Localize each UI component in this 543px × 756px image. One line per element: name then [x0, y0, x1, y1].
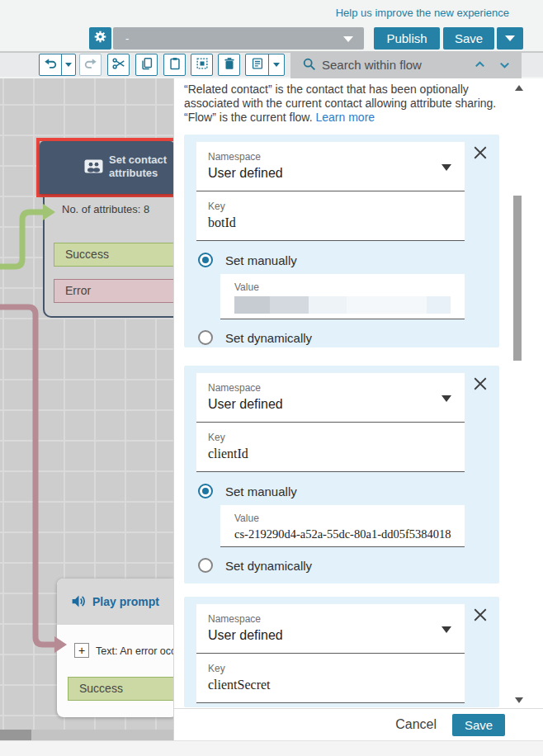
value-field[interactable]: Value cs-219290d4-a52a-55dc-80a1-dd05f53…: [220, 505, 465, 547]
branch-success[interactable]: Success: [54, 243, 177, 267]
undo-button-group: [39, 54, 76, 76]
undo-button[interactable]: [40, 54, 61, 75]
chevron-down-icon: [65, 63, 72, 67]
notes-icon: [250, 56, 265, 74]
card-fields: Namespace User defined Key clientSecret: [196, 604, 465, 703]
play-prompt-block[interactable]: Play prompt + Text: An error occ Success: [57, 579, 177, 717]
search-icon: [302, 57, 317, 75]
chevron-down-icon: [505, 35, 515, 41]
namespace-select[interactable]: Namespace User defined: [196, 142, 465, 191]
add-prompt-button[interactable]: +: [74, 643, 89, 658]
publish-button[interactable]: Publish: [374, 27, 440, 50]
masked-value: [234, 296, 451, 314]
chevron-down-icon: [498, 60, 512, 74]
trash-icon: [222, 56, 237, 74]
chevron-down-icon[interactable]: [441, 164, 451, 171]
attribute-card-botid: Namespace User defined Key botId Set man…: [184, 135, 499, 347]
delete-button[interactable]: [218, 54, 240, 76]
value-field[interactable]: Value: [220, 274, 465, 319]
radio-unselected-icon[interactable]: [198, 330, 213, 345]
redo-button[interactable]: [79, 54, 102, 76]
panel-scroll-area: “Related contact” is the contact that ha…: [174, 78, 543, 708]
card-fields: Namespace User defined Key botId: [196, 142, 465, 241]
learn-more-link[interactable]: Learn more: [316, 111, 375, 124]
cancel-button[interactable]: Cancel: [395, 717, 437, 732]
redo-icon: [83, 56, 98, 74]
attribute-card-clientid: Namespace User defined Key clientId Set …: [184, 366, 499, 584]
speaker-icon: [70, 593, 87, 613]
chevron-up-icon: [473, 60, 487, 74]
close-icon[interactable]: [473, 145, 488, 160]
namespace-select[interactable]: Namespace User defined: [196, 604, 465, 654]
set-contact-attributes-block[interactable]: Set contact attributes: [40, 141, 174, 194]
chevron-down-icon[interactable]: [441, 395, 451, 402]
settings-button[interactable]: [89, 27, 111, 50]
key-field[interactable]: Key clientId: [196, 423, 465, 472]
block-title: Play prompt: [92, 595, 159, 608]
set-manually-option[interactable]: Set manually: [198, 253, 499, 267]
notes-button[interactable]: [246, 54, 268, 75]
set-dynamically-option[interactable]: Set dynamically: [198, 330, 499, 345]
properties-panel: “Related contact” is the contact that ha…: [173, 78, 543, 740]
select-frame-icon: [195, 56, 210, 74]
radio-selected-icon[interactable]: [198, 484, 213, 498]
select-frame-button[interactable]: [191, 54, 213, 76]
contacts-icon: [84, 159, 103, 177]
bottom-strip: [0, 740, 543, 756]
attribute-card-clientsecret: Namespace User defined Key clientSecret: [184, 597, 499, 707]
paste-button[interactable]: [163, 54, 186, 76]
close-icon[interactable]: [473, 376, 488, 391]
namespace-select[interactable]: Namespace User defined: [196, 373, 465, 423]
set-dynamically-option[interactable]: Set dynamically: [198, 558, 499, 573]
copy-icon: [139, 56, 154, 74]
scissors-icon: [111, 56, 126, 74]
notes-options-button[interactable]: [269, 54, 284, 75]
branch-success[interactable]: Success: [68, 677, 177, 701]
radio-selected-icon[interactable]: [198, 253, 213, 267]
flow-version-select[interactable]: -: [113, 27, 364, 50]
flow-designer-app: Set contact attributes No. of attributes…: [0, 0, 543, 756]
branch-error[interactable]: Error: [54, 279, 177, 303]
scroll-up-icon[interactable]: [515, 85, 523, 91]
flow-search-box[interactable]: Search within flow: [290, 51, 522, 78]
feedback-link[interactable]: Help us improve the new experience: [336, 7, 509, 19]
clipboard-icon: [168, 56, 182, 74]
card-fields: Namespace User defined Key clientId: [196, 373, 465, 472]
panel-description: “Related contact” is the contact that ha…: [184, 83, 511, 125]
save-options-button[interactable]: [497, 27, 523, 50]
value-text: cs-219290d4-a52a-55dc-80a1-dd05f5384018: [234, 527, 451, 541]
top-header: Help us improve the new experience -: [0, 0, 543, 51]
panel-scrollbar-thumb[interactable]: [513, 196, 522, 361]
key-field[interactable]: Key clientSecret: [196, 654, 465, 703]
search-placeholder: Search within flow: [322, 51, 422, 78]
prompt-text-label: Text: An error occ: [96, 645, 175, 657]
gear-icon: [93, 30, 107, 47]
undo-icon: [43, 56, 58, 74]
chevron-down-icon: [273, 63, 280, 67]
scroll-down-icon[interactable]: [515, 697, 523, 703]
chevron-down-icon[interactable]: [441, 626, 451, 633]
canvas-toolbar: Search within flow: [0, 51, 543, 77]
attributes-count-label: No. of attributes: 8: [62, 203, 149, 215]
selection-outline: Set contact attributes: [36, 138, 177, 197]
notes-button-group: [245, 54, 285, 76]
chevron-down-icon: [343, 36, 353, 42]
block-title: Set contact attributes: [109, 154, 177, 180]
find-previous-button[interactable]: [473, 58, 487, 75]
save-button[interactable]: Save: [452, 714, 505, 736]
play-prompt-header[interactable]: Play prompt: [57, 579, 177, 625]
set-manually-option[interactable]: Set manually: [198, 484, 499, 498]
panel-footer: Cancel Save: [174, 708, 543, 740]
undo-options-button[interactable]: [62, 54, 75, 75]
key-field[interactable]: Key botId: [196, 191, 465, 241]
radio-unselected-icon[interactable]: [198, 558, 213, 573]
save-flow-button[interactable]: Save: [443, 27, 494, 50]
close-icon[interactable]: [473, 607, 488, 622]
canvas-hscrollbar-thumb[interactable]: [0, 730, 31, 741]
find-next-button[interactable]: [498, 58, 512, 75]
cut-button[interactable]: [107, 54, 130, 76]
copy-button[interactable]: [135, 54, 158, 76]
